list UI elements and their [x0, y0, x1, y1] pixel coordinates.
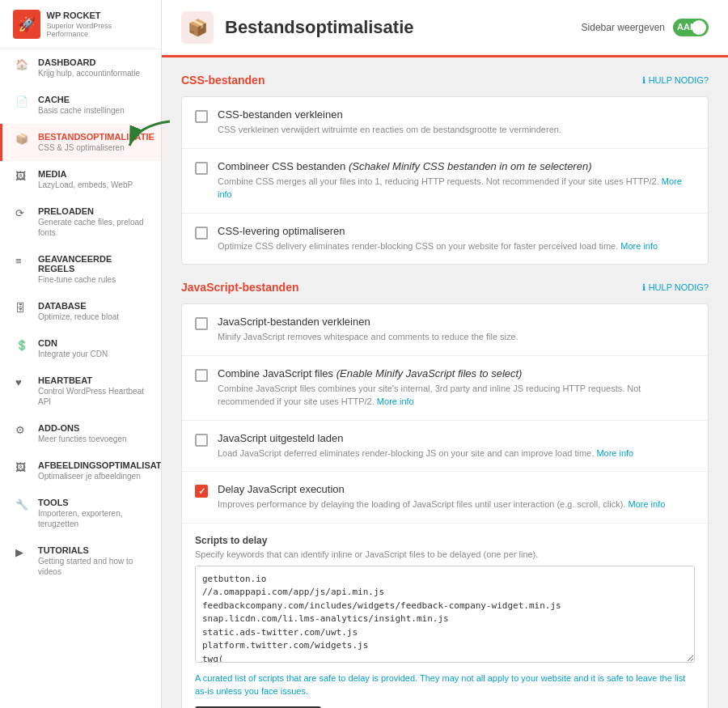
css-combine-title: Combineer CSS bestanden (Schakel Minify …: [218, 160, 695, 172]
nav-sub-cdn: Integrate your CDN: [38, 349, 108, 359]
nav-icon-media: 🖼: [15, 170, 30, 184]
sidebar-item-afbeeldingsoptimalisatie[interactable]: 🖼 AFBEELDINGSOPTIMALISATIE Optimaliseer …: [0, 452, 161, 490]
css-help-link[interactable]: ℹ HULP NODIG?: [642, 75, 709, 86]
sidebar-item-tutorials[interactable]: ▶ TUTORIALS Getting started and how to v…: [0, 537, 161, 585]
nav-title-tutorials: TUTORIALS: [38, 545, 148, 555]
nav-title-cache: CACHE: [38, 95, 125, 104]
css-options-card: CSS-bestanden verkleinen CSS verkleinen …: [181, 96, 709, 265]
nav-title-preloaden: PRELOADEN: [38, 206, 148, 216]
logo-tagline: Superior WordPress Performance: [47, 22, 149, 38]
nav-sub-afbeeldingsoptimalisatie: Optimaliseer je afbeeldingen: [38, 471, 162, 481]
sidebar-item-geavanceerde-regels[interactable]: ≡ GEAVANCEERDE REGELS Fine-tune cache ru…: [0, 246, 161, 293]
js-help-link[interactable]: ℹ HULP NODIG?: [642, 282, 709, 293]
nav-sub-add-ons: Meer functies toevoegen: [38, 434, 127, 444]
page-header-left: 📦 Bestandsoptimalisatie: [181, 11, 414, 44]
nav-title-afbeeldingsoptimalisatie: AFBEELDINGSOPTIMALISATIE: [38, 460, 162, 470]
nav-icon-bestandsoptimalisatie: 📦: [15, 133, 30, 147]
css-delivery-title: CSS-levering optimaliseren: [218, 225, 658, 237]
js-combine-desc: Combine JavaScript files combines your s…: [218, 382, 695, 409]
css-combine-desc: Combine CSS merges all your files into 1…: [218, 175, 695, 201]
js-minify-desc: Minify JavaScript removes whitespace and…: [218, 330, 518, 344]
main-content: 📦 Bestandsoptimalisatie Sidebar weergeve…: [162, 0, 728, 708]
sidebar-item-dashboard[interactable]: 🏠 DASHBOARD Krijg hulp, accountinformati…: [0, 49, 161, 87]
nav-icon-afbeeldingsoptimalisatie: 🖼: [15, 461, 30, 476]
nav-list: 🏠 DASHBOARD Krijg hulp, accountinformati…: [0, 49, 161, 585]
js-combine-row: Combine JavaScript files (Enable Minify …: [182, 356, 708, 421]
nav-icon-geavanceerde-regels: ≡: [15, 255, 30, 269]
sidebar-item-preloaden[interactable]: ⟳ PRELOADEN Generate cache files, preloa…: [0, 198, 161, 246]
js-options-card: JavaScript-bestanden verkleinen Minify J…: [181, 303, 709, 708]
css-section-title: CSS-bestanden: [181, 74, 265, 87]
js-delay-desc: Improves performance by delaying the loa…: [218, 498, 665, 511]
page-header-icon: 📦: [181, 11, 214, 44]
sidebar-item-bestandsoptimalisatie[interactable]: 📦 BESTANDSOPTIMALISATIE CSS & JS optimal…: [0, 124, 161, 161]
nav-title-geavanceerde-regels: GEAVANCEERDE REGELS: [38, 254, 148, 273]
sidebar-item-database[interactable]: 🗄 DATABASE Optimize, reduce bloat: [0, 293, 161, 330]
nav-icon-cache: 📄: [15, 95, 30, 110]
nav-icon-database: 🗄: [15, 302, 30, 316]
sidebar-item-media[interactable]: 🖼 MEDIA LazyLoad, embeds, WebP: [0, 161, 161, 198]
js-combine-more-info[interactable]: More info: [377, 396, 414, 406]
nav-title-bestandsoptimalisatie: BESTANDSOPTIMALISATIE: [38, 132, 154, 142]
css-help-label: HULP NODIG?: [649, 75, 709, 85]
css-combine-title-plain: Combineer CSS bestanden: [218, 160, 345, 172]
sidebar-item-cache[interactable]: 📄 CACHE Basis cache instellingen: [0, 87, 161, 124]
sidebar-toggle[interactable]: AAN: [673, 19, 709, 36]
css-delivery-checkbox[interactable]: [195, 227, 208, 240]
nav-icon-dashboard: 🏠: [15, 58, 30, 73]
help-icon: ℹ: [642, 75, 645, 86]
js-delay-row: Delay JavaScript execution Improves perf…: [182, 472, 708, 524]
scripts-note: A curated list of scripts that are safe …: [195, 672, 695, 698]
nav-title-heartbeat: HEARTBEAT: [38, 375, 148, 385]
js-defer-more-info[interactable]: More info: [596, 448, 633, 458]
sidebar-item-cdn[interactable]: 💲 CDN Integrate your CDN: [0, 330, 161, 367]
js-delay-checkbox[interactable]: [195, 485, 208, 498]
js-combine-checkbox[interactable]: [195, 369, 208, 382]
css-delivery-more-info[interactable]: More info: [620, 241, 658, 251]
page-title: Bestandsoptimalisatie: [225, 17, 414, 38]
nav-title-dashboard: DASHBOARD: [38, 57, 140, 67]
nav-title-database: DATABASE: [38, 301, 119, 311]
nav-title-tools: TOOLS: [38, 498, 148, 507]
css-combine-checkbox[interactable]: [195, 162, 208, 175]
sidebar-item-heartbeat[interactable]: ♥ HEARTBEAT Control WordPress Heartbeat …: [0, 367, 161, 415]
js-defer-desc: Load JavaScript deferred eliminates rend…: [218, 447, 633, 460]
js-section-title: JavaScript-bestanden: [181, 281, 299, 294]
js-delay-title: Delay JavaScript execution: [218, 483, 665, 495]
css-delivery-row: CSS-levering optimaliseren Optimize CSS …: [182, 214, 708, 265]
nav-icon-heartbeat: ♥: [15, 376, 30, 391]
scripts-section-title: Scripts to delay: [195, 535, 695, 546]
scripts-delay-section: Scripts to delay Specify keywords that c…: [182, 524, 708, 709]
nav-icon-add-ons: ⚙: [15, 424, 30, 439]
sidebar-item-add-ons[interactable]: ⚙ ADD-ONS Meer functies toevoegen: [0, 415, 161, 452]
nav-icon-cdn: 💲: [15, 339, 30, 354]
nav-sub-tutorials: Getting started and how to videos: [38, 556, 148, 577]
nav-sub-media: LazyLoad, embeds, WebP: [38, 180, 133, 190]
css-combine-title-italic: (Schakel Minify CSS bestanden in om te s…: [349, 160, 592, 172]
nav-sub-heartbeat: Control WordPress Heartbeat API: [38, 386, 148, 407]
js-minify-title: JavaScript-bestanden verkleinen: [218, 316, 518, 328]
css-minify-checkbox[interactable]: [195, 110, 208, 123]
sidebar-item-tools[interactable]: 🔧 TOOLS Importeren, exporteren, terugzet…: [0, 490, 161, 537]
js-defer-row: JavaScript uitgesteld laden Load JavaScr…: [182, 421, 708, 473]
scripts-section-desc: Specify keywords that can identify inlin…: [195, 549, 695, 559]
js-section-header: JavaScript-bestanden ℹ HULP NODIG?: [181, 281, 709, 294]
nav-sub-cache: Basis cache instellingen: [38, 105, 125, 116]
js-minify-checkbox[interactable]: [195, 317, 208, 330]
nav-sub-preloaden: Generate cache files, preload fonts: [38, 217, 148, 238]
scripts-textarea[interactable]: [195, 566, 695, 663]
css-section-header: CSS-bestanden ℹ HULP NODIG?: [181, 74, 709, 87]
nav-title-media: MEDIA: [38, 169, 133, 179]
page-header: 📦 Bestandsoptimalisatie Sidebar weergeve…: [162, 0, 728, 57]
logo-icon: 🚀: [13, 10, 40, 39]
js-minify-row: JavaScript-bestanden verkleinen Minify J…: [182, 304, 708, 356]
js-delay-more-info[interactable]: More info: [628, 499, 665, 509]
css-section: CSS-bestanden ℹ HULP NODIG? CSS-bestande…: [181, 74, 709, 265]
page-header-right: Sidebar weergeven AAN: [582, 19, 709, 36]
nav-icon-tutorials: ▶: [15, 546, 30, 561]
js-help-icon: ℹ: [642, 282, 645, 293]
js-defer-title: JavaScript uitgesteld laden: [218, 432, 633, 444]
js-section: JavaScript-bestanden ℹ HULP NODIG? JavaS…: [181, 281, 709, 708]
js-defer-checkbox[interactable]: [195, 434, 208, 447]
sidebar: 🚀 WP ROCKET Superior WordPress Performan…: [0, 0, 162, 708]
